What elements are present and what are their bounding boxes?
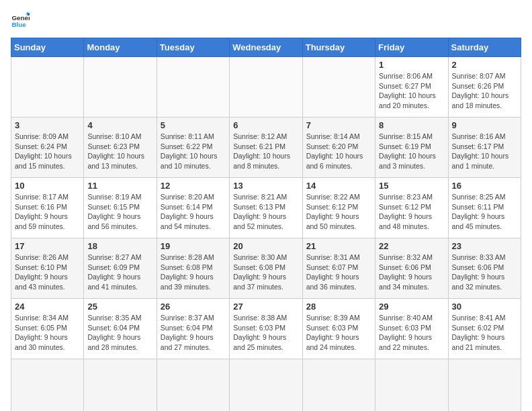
calendar-cell: 26Sunrise: 8:37 AM Sunset: 6:04 PM Dayli… <box>157 299 229 359</box>
calendar-cell: 1Sunrise: 8:06 AM Sunset: 6:27 PM Daylig… <box>375 57 448 118</box>
calendar-cell <box>375 359 448 412</box>
day-info: Sunrise: 8:38 AM Sunset: 6:03 PM Dayligh… <box>233 313 298 353</box>
svg-text:Blue: Blue <box>11 21 26 28</box>
calendar-header: SundayMondayTuesdayWednesdayThursdayFrid… <box>11 38 521 57</box>
calendar-cell: 6Sunrise: 8:12 AM Sunset: 6:21 PM Daylig… <box>230 118 302 178</box>
day-number: 30 <box>452 302 517 312</box>
day-number: 5 <box>161 120 226 130</box>
calendar-cell <box>230 57 302 118</box>
day-info: Sunrise: 8:23 AM Sunset: 6:12 PM Dayligh… <box>379 192 444 232</box>
calendar-cell: 22Sunrise: 8:32 AM Sunset: 6:06 PM Dayli… <box>375 238 448 299</box>
day-info: Sunrise: 8:06 AM Sunset: 6:27 PM Dayligh… <box>379 71 444 111</box>
calendar-cell: 17Sunrise: 8:26 AM Sunset: 6:10 PM Dayli… <box>11 238 84 299</box>
day-number: 25 <box>87 302 152 312</box>
day-info: Sunrise: 8:28 AM Sunset: 6:08 PM Dayligh… <box>161 253 226 292</box>
day-info: Sunrise: 8:33 AM Sunset: 6:06 PM Dayligh… <box>452 253 517 292</box>
day-number: 14 <box>306 181 371 191</box>
calendar-cell <box>11 359 84 412</box>
calendar-cell <box>11 57 84 118</box>
calendar-cell <box>157 359 229 412</box>
day-info: Sunrise: 8:15 AM Sunset: 6:19 PM Dayligh… <box>379 132 444 171</box>
calendar-cell: 11Sunrise: 8:19 AM Sunset: 6:15 PM Dayli… <box>84 178 157 238</box>
calendar-cell: 16Sunrise: 8:25 AM Sunset: 6:11 PM Dayli… <box>448 178 521 238</box>
day-number: 19 <box>161 241 226 251</box>
day-info: Sunrise: 8:10 AM Sunset: 6:23 PM Dayligh… <box>87 132 152 171</box>
calendar-cell: 19Sunrise: 8:28 AM Sunset: 6:08 PM Dayli… <box>157 238 229 299</box>
day-number: 21 <box>306 241 371 251</box>
weekday-header: Friday <box>375 38 448 57</box>
calendar-cell: 7Sunrise: 8:14 AM Sunset: 6:20 PM Daylig… <box>302 118 375 178</box>
calendar-cell: 12Sunrise: 8:20 AM Sunset: 6:14 PM Dayli… <box>157 178 229 238</box>
day-info: Sunrise: 8:40 AM Sunset: 6:03 PM Dayligh… <box>379 313 444 353</box>
day-number: 9 <box>452 120 517 130</box>
day-number: 11 <box>87 181 152 191</box>
calendar-cell <box>302 359 375 412</box>
weekday-header: Saturday <box>448 38 521 57</box>
calendar-cell: 8Sunrise: 8:15 AM Sunset: 6:19 PM Daylig… <box>375 118 448 178</box>
day-info: Sunrise: 8:30 AM Sunset: 6:08 PM Dayligh… <box>233 253 298 292</box>
day-info: Sunrise: 8:31 AM Sunset: 6:07 PM Dayligh… <box>306 253 371 292</box>
calendar-cell: 5Sunrise: 8:11 AM Sunset: 6:22 PM Daylig… <box>157 118 229 178</box>
calendar-cell: 2Sunrise: 8:07 AM Sunset: 6:26 PM Daylig… <box>448 57 521 118</box>
day-info: Sunrise: 8:17 AM Sunset: 6:16 PM Dayligh… <box>15 192 80 232</box>
day-info: Sunrise: 8:20 AM Sunset: 6:14 PM Dayligh… <box>161 192 226 232</box>
day-info: Sunrise: 8:19 AM Sunset: 6:15 PM Dayligh… <box>87 192 152 232</box>
calendar-cell: 24Sunrise: 8:34 AM Sunset: 6:05 PM Dayli… <box>11 299 84 359</box>
calendar-cell: 15Sunrise: 8:23 AM Sunset: 6:12 PM Dayli… <box>375 178 448 238</box>
calendar-cell <box>448 359 521 412</box>
calendar-cell: 4Sunrise: 8:10 AM Sunset: 6:23 PM Daylig… <box>84 118 157 178</box>
calendar-cell: 28Sunrise: 8:39 AM Sunset: 6:03 PM Dayli… <box>302 299 375 359</box>
day-info: Sunrise: 8:21 AM Sunset: 6:13 PM Dayligh… <box>233 192 298 232</box>
weekday-header: Monday <box>84 38 157 57</box>
calendar-body: 1Sunrise: 8:06 AM Sunset: 6:27 PM Daylig… <box>11 57 521 412</box>
calendar-cell: 9Sunrise: 8:16 AM Sunset: 6:17 PM Daylig… <box>448 118 521 178</box>
calendar-cell: 3Sunrise: 8:09 AM Sunset: 6:24 PM Daylig… <box>11 118 84 178</box>
day-info: Sunrise: 8:39 AM Sunset: 6:03 PM Dayligh… <box>306 313 371 353</box>
day-info: Sunrise: 8:37 AM Sunset: 6:04 PM Dayligh… <box>161 313 226 353</box>
day-info: Sunrise: 8:35 AM Sunset: 6:04 PM Dayligh… <box>87 313 152 353</box>
calendar-cell <box>302 57 375 118</box>
calendar-table: SundayMondayTuesdayWednesdayThursdayFrid… <box>11 38 521 411</box>
logo-icon: General Blue <box>11 11 30 30</box>
day-number: 28 <box>306 302 371 312</box>
calendar-cell <box>84 359 157 412</box>
calendar-cell: 13Sunrise: 8:21 AM Sunset: 6:13 PM Dayli… <box>230 178 302 238</box>
day-info: Sunrise: 8:34 AM Sunset: 6:05 PM Dayligh… <box>15 313 80 353</box>
day-info: Sunrise: 8:22 AM Sunset: 6:12 PM Dayligh… <box>306 192 371 232</box>
day-info: Sunrise: 8:41 AM Sunset: 6:02 PM Dayligh… <box>452 313 517 353</box>
day-number: 12 <box>161 181 226 191</box>
day-info: Sunrise: 8:32 AM Sunset: 6:06 PM Dayligh… <box>379 253 444 292</box>
day-info: Sunrise: 8:07 AM Sunset: 6:26 PM Dayligh… <box>452 71 517 111</box>
day-number: 4 <box>87 120 152 130</box>
day-info: Sunrise: 8:11 AM Sunset: 6:22 PM Dayligh… <box>161 132 226 171</box>
day-number: 22 <box>379 241 444 251</box>
day-number: 3 <box>15 120 80 130</box>
day-number: 2 <box>452 60 517 70</box>
weekday-header: Wednesday <box>230 38 302 57</box>
day-number: 15 <box>379 181 444 191</box>
calendar-cell <box>230 359 302 412</box>
calendar-cell <box>157 57 229 118</box>
weekday-header: Thursday <box>302 38 375 57</box>
day-info: Sunrise: 8:25 AM Sunset: 6:11 PM Dayligh… <box>452 192 517 232</box>
day-number: 29 <box>379 302 444 312</box>
calendar-cell: 18Sunrise: 8:27 AM Sunset: 6:09 PM Dayli… <box>84 238 157 299</box>
day-number: 18 <box>87 241 152 251</box>
page-header: General Blue <box>11 11 521 30</box>
day-number: 8 <box>379 120 444 130</box>
day-info: Sunrise: 8:14 AM Sunset: 6:20 PM Dayligh… <box>306 132 371 171</box>
day-info: Sunrise: 8:26 AM Sunset: 6:10 PM Dayligh… <box>15 253 80 292</box>
calendar-cell: 27Sunrise: 8:38 AM Sunset: 6:03 PM Dayli… <box>230 299 302 359</box>
calendar-cell: 21Sunrise: 8:31 AM Sunset: 6:07 PM Dayli… <box>302 238 375 299</box>
calendar-cell: 29Sunrise: 8:40 AM Sunset: 6:03 PM Dayli… <box>375 299 448 359</box>
calendar-cell: 20Sunrise: 8:30 AM Sunset: 6:08 PM Dayli… <box>230 238 302 299</box>
weekday-header: Tuesday <box>157 38 229 57</box>
day-number: 17 <box>15 241 80 251</box>
day-number: 27 <box>233 302 298 312</box>
calendar-cell: 14Sunrise: 8:22 AM Sunset: 6:12 PM Dayli… <box>302 178 375 238</box>
day-info: Sunrise: 8:27 AM Sunset: 6:09 PM Dayligh… <box>87 253 152 292</box>
day-info: Sunrise: 8:16 AM Sunset: 6:17 PM Dayligh… <box>452 132 517 171</box>
day-number: 1 <box>379 60 444 70</box>
day-number: 10 <box>15 181 80 191</box>
calendar-cell: 25Sunrise: 8:35 AM Sunset: 6:04 PM Dayli… <box>84 299 157 359</box>
